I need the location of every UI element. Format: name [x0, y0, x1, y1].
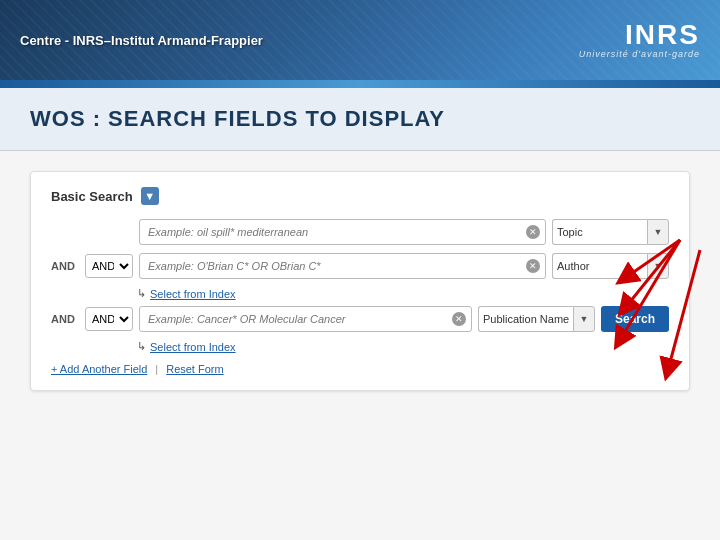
- row1-input-wrap: ✕: [139, 219, 546, 245]
- logo-area: INRS Université d'avant-garde: [579, 21, 700, 59]
- panel-toggle[interactable]: ▼: [141, 187, 159, 205]
- connector-select-3[interactable]: AND OR NOT: [85, 307, 133, 331]
- clear-btn-2[interactable]: ✕: [526, 259, 540, 273]
- blue-stripe: [0, 80, 720, 88]
- clear-btn-1[interactable]: ✕: [526, 225, 540, 239]
- field-caret-2[interactable]: ▼: [647, 253, 669, 279]
- field-caret-1[interactable]: ▼: [647, 219, 669, 245]
- inrs-tagline: Université d'avant-garde: [579, 49, 700, 59]
- search-input-3[interactable]: [139, 306, 472, 332]
- search-button[interactable]: Search: [601, 306, 669, 332]
- row2-connector: AND AND OR NOT: [51, 254, 133, 278]
- row2-input-wrap: ✕: [139, 253, 546, 279]
- field-caret-3[interactable]: ▼: [573, 306, 595, 332]
- connector-label-2: AND: [51, 260, 81, 272]
- connector-select-2[interactable]: AND OR NOT: [85, 254, 133, 278]
- add-field-link[interactable]: + Add Another Field: [51, 363, 147, 375]
- select-from-index-2[interactable]: Select from Index: [150, 288, 236, 300]
- title-section: WOS : SEARCH FIELDS TO DISPLAY: [0, 88, 720, 151]
- row2-field-select: Author ▼: [552, 253, 669, 279]
- panel-header: Basic Search ▼: [51, 187, 669, 205]
- select-index-row-3: ↳ Select from Index: [51, 340, 669, 353]
- field-dropdown-2[interactable]: Author: [552, 253, 647, 279]
- select-from-index-3[interactable]: Select from Index: [150, 341, 236, 353]
- connector-label-3: AND: [51, 313, 81, 325]
- panel-title: Basic Search: [51, 189, 133, 204]
- clear-btn-3[interactable]: ✕: [452, 312, 466, 326]
- search-row-1: ✕ Topic ▼: [51, 219, 669, 245]
- search-row-2: AND AND OR NOT ✕ Author ▼: [51, 253, 669, 279]
- header: Centre - INRS–Institut Armand-Frappier I…: [0, 0, 720, 80]
- row1-field-select: Topic ▼: [552, 219, 669, 245]
- search-input-1[interactable]: [139, 219, 546, 245]
- page-title: WOS : SEARCH FIELDS TO DISPLAY: [30, 106, 690, 132]
- search-row-3: AND AND OR NOT ✕ Publication Name ▼ Sear…: [51, 306, 669, 332]
- arrow-icon-3: ↳: [137, 340, 146, 353]
- reset-link[interactable]: Reset Form: [166, 363, 223, 375]
- select-index-row-2: ↳ Select from Index: [51, 287, 669, 300]
- arrow-icon-2: ↳: [137, 287, 146, 300]
- field-dropdown-3[interactable]: Publication Name: [478, 306, 573, 332]
- search-input-2[interactable]: [139, 253, 546, 279]
- row3-field-select: Publication Name ▼: [478, 306, 595, 332]
- main-content: Basic Search ▼ ✕ Topic ▼ AND AND: [0, 151, 720, 540]
- footer-separator: |: [155, 363, 158, 375]
- footer-row: + Add Another Field | Reset Form: [51, 363, 669, 375]
- row3-connector: AND AND OR NOT: [51, 307, 133, 331]
- field-dropdown-1[interactable]: Topic: [552, 219, 647, 245]
- center-name: Centre - INRS–Institut Armand-Frappier: [20, 33, 263, 48]
- row3-input-wrap: ✕: [139, 306, 472, 332]
- inrs-logo: INRS: [579, 21, 700, 49]
- search-panel: Basic Search ▼ ✕ Topic ▼ AND AND: [30, 171, 690, 391]
